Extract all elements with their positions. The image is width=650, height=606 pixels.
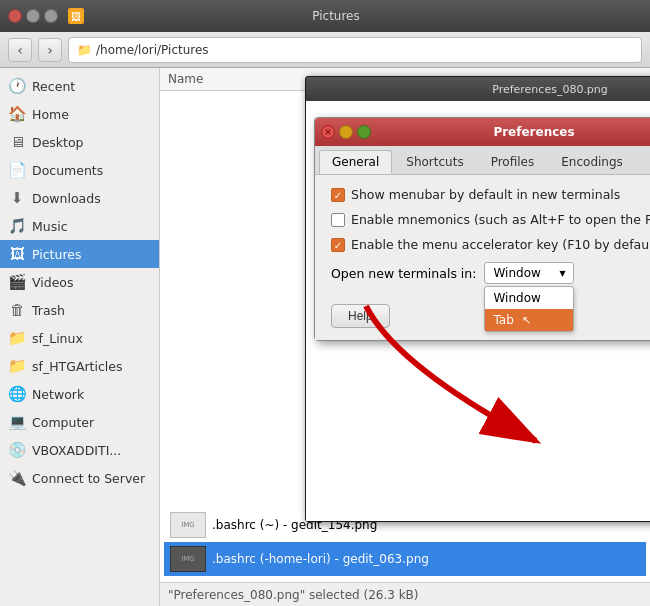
sidebar-label-recent: Recent: [32, 79, 75, 94]
sidebar-label-connect: Connect to Server: [32, 471, 145, 486]
close-button[interactable]: [8, 9, 22, 23]
preview-body: ✕ Preferences General Shortcuts: [306, 101, 650, 521]
sidebar-label-sf-linux: sf_Linux: [32, 331, 83, 346]
network-icon: 🌐: [8, 385, 26, 403]
tab-shortcuts[interactable]: Shortcuts: [393, 150, 476, 174]
computer-icon: 💻: [8, 413, 26, 431]
dropdown-option-tab[interactable]: Tab ↖: [485, 309, 573, 331]
sidebar-label-home: Home: [32, 107, 69, 122]
vbox-icon: 💿: [8, 441, 26, 459]
sidebar-label-trash: Trash: [32, 303, 65, 318]
sidebar-item-home[interactable]: 🏠 Home: [0, 100, 159, 128]
checkbox-mnemonics-label: Enable mnemonics (such as Alt+F to open …: [351, 212, 650, 227]
sidebar-label-downloads: Downloads: [32, 191, 101, 206]
sidebar-item-network[interactable]: 🌐 Network: [0, 380, 159, 408]
dropdown-arrow-icon: ▾: [559, 266, 565, 280]
downloads-icon: ⬇: [8, 189, 26, 207]
sidebar-item-music[interactable]: 🎵 Music: [0, 212, 159, 240]
checkbox-mnemonics-box[interactable]: [331, 213, 345, 227]
tab-general[interactable]: General: [319, 150, 392, 174]
sidebar-label-sf-htg: sf_HTGArticles: [32, 359, 123, 374]
sf-htg-icon: 📁: [8, 357, 26, 375]
window-title: Pictures: [90, 9, 582, 23]
title-bar: 🖼 Pictures: [0, 0, 650, 32]
sidebar-item-sf-linux[interactable]: 📁 sf_Linux: [0, 324, 159, 352]
prefs-title: Preferences: [375, 125, 650, 139]
file-thumb-2: IMG: [170, 546, 206, 572]
forward-button[interactable]: ›: [38, 38, 62, 62]
sidebar: 🕐 Recent 🏠 Home 🖥 Desktop 📄 Documents ⬇ …: [0, 68, 160, 606]
navigation-bar: ‹ › 📁 /home/lori/Pictures: [0, 32, 650, 68]
sidebar-label-vbox: VBOXADDITI...: [32, 443, 121, 458]
help-button[interactable]: Help: [331, 304, 390, 328]
sidebar-item-vbox[interactable]: 💿 VBOXADDITI...: [0, 436, 159, 464]
open-in-label: Open new terminals in:: [331, 266, 476, 281]
prefs-minimize-button[interactable]: [339, 125, 353, 139]
trash-icon: 🗑: [8, 301, 26, 319]
sidebar-label-computer: Computer: [32, 415, 94, 430]
tab-encodings[interactable]: Encodings: [548, 150, 636, 174]
dropdown-container: Window ▾ Window Tab ↖: [484, 262, 574, 284]
checkbox-accelerator-box[interactable]: ✓: [331, 238, 345, 252]
sidebar-label-videos: Videos: [32, 275, 74, 290]
dropdown-option-window[interactable]: Window: [485, 287, 573, 309]
maximize-button[interactable]: [44, 9, 58, 23]
sidebar-item-computer[interactable]: 💻 Computer: [0, 408, 159, 436]
minimize-button[interactable]: [26, 9, 40, 23]
sidebar-item-recent[interactable]: 🕐 Recent: [0, 72, 159, 100]
path-icon: 📁: [77, 43, 92, 57]
back-button[interactable]: ‹: [8, 38, 32, 62]
sidebar-item-connect[interactable]: 🔌 Connect to Server: [0, 464, 159, 492]
file-area: Name ew Fil IMG .bashrc (~) - gedit_154.…: [160, 68, 650, 606]
sidebar-label-documents: Documents: [32, 163, 103, 178]
preview-window: Preferences_080.png ✕ Preferences Genera…: [305, 76, 650, 522]
sidebar-item-trash[interactable]: 🗑 Trash: [0, 296, 159, 324]
preferences-dialog: ✕ Preferences General Shortcuts: [314, 117, 650, 341]
documents-icon: 📄: [8, 161, 26, 179]
pictures-icon: 🖼: [8, 245, 26, 263]
window-icon: 🖼: [68, 8, 84, 24]
checkbox-mnemonics: Enable mnemonics (such as Alt+F to open …: [331, 212, 650, 227]
window-controls: [8, 9, 58, 23]
sidebar-item-pictures[interactable]: 🖼 Pictures: [0, 240, 159, 268]
checkbox-menubar-label: Show menubar by default in new terminals: [351, 187, 620, 202]
connect-icon: 🔌: [8, 469, 26, 487]
dropdown-menu: Window Tab ↖: [484, 286, 574, 332]
preview-titlebar: Preferences_080.png: [306, 77, 650, 101]
status-bar: "Preferences_080.png" selected (26.3 kB): [160, 582, 650, 606]
preview-title: Preferences_080.png: [492, 83, 608, 96]
column-header-name: Name: [168, 72, 203, 86]
checkbox-accelerator: ✓ Enable the menu accelerator key (F10 b…: [331, 237, 650, 252]
path-text: /home/lori/Pictures: [96, 43, 209, 57]
prefs-close-button[interactable]: ✕: [321, 125, 335, 139]
videos-icon: 🎬: [8, 273, 26, 291]
checkbox-accelerator-label: Enable the menu accelerator key (F10 by …: [351, 237, 650, 252]
prefs-titlebar: ✕ Preferences: [315, 118, 650, 146]
sidebar-item-sf-htg[interactable]: 📁 sf_HTGArticles: [0, 352, 159, 380]
prefs-buttons: Help Close: [315, 296, 650, 340]
sf-linux-icon: 📁: [8, 329, 26, 347]
open-terminals-row: Open new terminals in: Window ▾ Window: [331, 262, 650, 284]
file-entry-2[interactable]: IMG .bashrc (-home-lori) - gedit_063.png: [164, 542, 646, 576]
sidebar-label-desktop: Desktop: [32, 135, 84, 150]
file-thumb-1: IMG: [170, 512, 206, 538]
cursor-in-dropdown: ↖: [522, 314, 531, 327]
checkbox-menubar-box[interactable]: ✓: [331, 188, 345, 202]
music-icon: 🎵: [8, 217, 26, 235]
terminals-dropdown[interactable]: Window ▾: [484, 262, 574, 284]
sidebar-item-desktop[interactable]: 🖥 Desktop: [0, 128, 159, 156]
sidebar-item-videos[interactable]: 🎬 Videos: [0, 268, 159, 296]
tab-profiles[interactable]: Profiles: [478, 150, 548, 174]
sidebar-label-pictures: Pictures: [32, 247, 82, 262]
checkbox-menubar: ✓ Show menubar by default in new termina…: [331, 187, 650, 202]
prefs-content: ✓ Show menubar by default in new termina…: [315, 175, 650, 296]
dropdown-value: Window: [493, 266, 540, 280]
sidebar-item-documents[interactable]: 📄 Documents: [0, 156, 159, 184]
sidebar-item-downloads[interactable]: ⬇ Downloads: [0, 184, 159, 212]
recent-icon: 🕐: [8, 77, 26, 95]
main-content: 🕐 Recent 🏠 Home 🖥 Desktop 📄 Documents ⬇ …: [0, 68, 650, 606]
sidebar-label-network: Network: [32, 387, 84, 402]
tabs-bar: General Shortcuts Profiles Encodings: [315, 146, 650, 175]
path-bar[interactable]: 📁 /home/lori/Pictures: [68, 37, 642, 63]
prefs-maximize-button[interactable]: [357, 125, 371, 139]
